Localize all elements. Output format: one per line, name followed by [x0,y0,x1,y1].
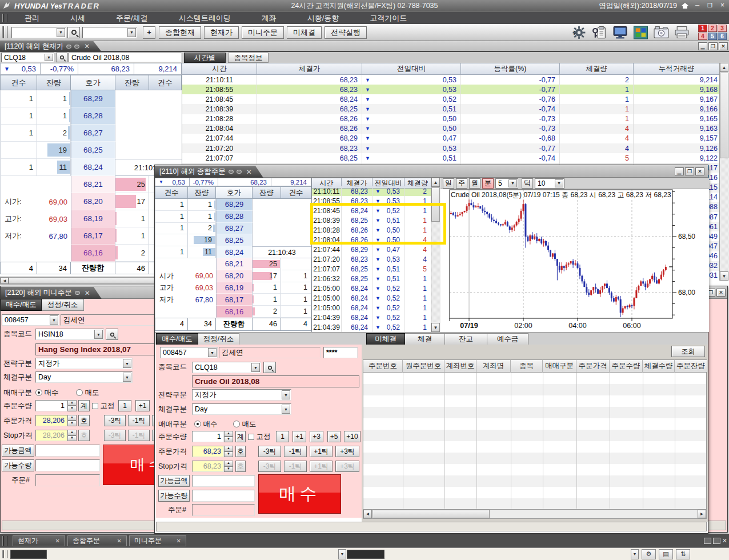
spin-down-icon[interactable]: ▼ [67,421,77,426]
order-tab-미체결[interactable]: 미체결 [366,333,405,345]
price-tick-button--3틱[interactable]: -3틱 [104,415,126,426]
fix-checkbox[interactable] [248,434,254,440]
fix-option[interactable]: 고정 [92,400,118,411]
menu-item-주문/체결[interactable]: 주문/체결 [101,13,163,23]
tab-symbol-info[interactable]: 종목정보 [228,53,269,63]
tns-row[interactable]: 21:08:5568,23▼0,53-0,7719,168 [182,85,719,94]
tns-row[interactable]: 21:10:1168,23▼0,53-0,7729,214 [182,75,719,85]
side-buy-option[interactable]: 매수 [35,387,72,398]
menu-grip[interactable] [2,14,4,22]
menu-item-관리[interactable]: 관리 [9,13,55,23]
app-minimize-button[interactable]: ─ [693,2,702,10]
tns-row[interactable]: 21:08:2868,26▼0,50-0,7319,165 [182,114,719,124]
ask-row-68,25[interactable]: 1968,25 [155,234,311,246]
side-buy-option[interactable]: 매수 [194,418,231,430]
order-tab-매수/매도[interactable]: 매수/매도 [156,333,198,345]
sell-radio[interactable] [76,389,83,396]
menu-item-시황/동향[interactable]: 시황/동향 [292,13,355,23]
spin-up-icon[interactable]: ▲ [224,431,233,437]
fill-type-combo[interactable]: Day▼ [192,403,291,415]
ask-row-68,27[interactable]: 1268,27 [155,223,311,235]
window-1120-close-icon[interactable]: ✕ [84,42,90,50]
ask-row-68,25[interactable]: 1968,25 [0,142,182,159]
qty-add-button-+1[interactable]: +1 [293,431,306,442]
price-tick-button--1틱[interactable]: -1틱 [284,446,307,457]
w2110-close-button[interactable]: ✕ [695,167,704,175]
chart-tick-combo[interactable]: 10▼ [535,178,564,189]
page-button-2[interactable]: 2 [708,25,717,32]
price-ho-button[interactable]: 호 [78,415,90,426]
available-amount-field[interactable] [35,445,100,457]
status-log-list-icon[interactable]: ▤ [659,549,673,559]
qty-add-button-+5[interactable]: +5 [327,431,341,442]
tns-row[interactable]: 21:04:3968,24▼0,521 [312,322,431,332]
symbol-code-combo[interactable]: CLQ18▼ [1,53,54,62]
qty-total-button[interactable]: 계 [78,400,90,411]
query-button[interactable]: 조회 [671,346,705,357]
tns-row[interactable]: 21:07:2068,23▼0,53-0,7749,126 [182,143,719,153]
strategy-combo[interactable]: 지정가▼ [35,358,133,369]
monitor-icon[interactable] [612,26,628,39]
strategy-combo[interactable]: 지정가▼ [192,389,291,401]
candlestick-chart[interactable]: 68,5068,0007/1902:0004:0006:00Crude Oil … [440,189,709,332]
price-tick-button--1틱[interactable]: -1틱 [128,415,150,426]
window-link-icon[interactable] [229,170,234,174]
ask-row-68,27[interactable]: 1268,27 [0,125,182,142]
bid-row-68,16[interactable]: 68,1621 [155,306,311,318]
tns-row[interactable]: 21:05:0068,24▼0,521 [312,283,431,293]
window-2120-close-icon[interactable]: ✕ [85,289,90,297]
task-tab-close-icon[interactable]: ✕ [55,538,60,544]
stop-price-input[interactable]: 28,206 [35,430,67,441]
tns-2110-v-scrollbar[interactable]: ▲ ▼ [431,178,440,332]
price-ho-button[interactable]: 호 [235,446,246,457]
chart-tick-button[interactable]: 틱 [522,178,533,189]
qty-spinner[interactable]: ▲▼ [224,431,233,442]
w2110-maximize-button[interactable]: ❐ [685,167,694,175]
chart-period-day-button[interactable]: 일 [443,178,454,189]
window-2110-close-icon[interactable]: ✕ [246,168,252,176]
fill-type-combo[interactable]: Day▼ [35,371,133,383]
available-qty-button[interactable]: 가능수량 [158,490,190,502]
tab-buy-sell-2120[interactable]: 매수/매도 [1,299,42,311]
screen-number-input[interactable]: ▼ [11,27,66,38]
qty-add-button-+3[interactable]: +3 [310,431,323,442]
symbol-search-button[interactable] [56,53,67,62]
task-tab-close-icon[interactable]: ✕ [117,538,122,544]
chart-tick-dropdown-icon[interactable]: ▼ [555,179,563,187]
spin-down-icon[interactable]: ▼ [224,451,233,457]
account-name-field[interactable]: 김세연 [219,347,321,358]
price-tick-button-+1틱[interactable]: +1틱 [310,446,333,457]
quick-button-미니주문[interactable]: 미니주문 [242,26,284,39]
window-link-icon[interactable] [75,291,80,295]
orders-h-scrollbar[interactable]: ◄ ► [363,509,707,519]
buy-submit-button[interactable]: 매수 [258,474,341,514]
available-qty-field[interactable] [35,459,100,471]
spin-down-icon[interactable]: ▼ [224,437,233,442]
tns-row[interactable]: 21:07:0768,25▼0,51-0,7459,122 [182,153,719,163]
stop-price-input[interactable]: 68,23 [192,461,224,472]
order-price-input[interactable]: 68,23 [192,446,224,457]
symbol-quick-input[interactable]: ▼ [82,27,137,38]
buy-radio[interactable] [194,421,201,427]
symbol-quick-dropdown-icon[interactable]: ▼ [127,28,136,37]
password-field[interactable]: **** [323,347,358,358]
chart-minute-dropdown-icon[interactable]: ▼ [508,179,517,187]
menu-item-시세[interactable]: 시세 [55,13,101,23]
page-button-3[interactable]: 3 [718,25,727,32]
tns-row[interactable]: 21:08:3968,25▼0,511 [312,215,431,225]
tns-row[interactable]: 21:08:4568,24▼0,521 [312,206,431,215]
quick-button-전략실행[interactable]: 전략실행 [325,26,367,39]
quick-button-종합현재[interactable]: 종합현재 [159,26,201,39]
spin-up-icon[interactable]: ▲ [67,400,77,406]
statusbar-grip[interactable] [2,550,4,558]
side-sell-option[interactable]: 매도 [76,387,113,398]
price-tick-button--3틱[interactable]: -3틱 [258,446,281,457]
quick-button-미체결[interactable]: 미체결 [287,26,322,39]
tab-timeline[interactable]: 시간별 [184,53,226,63]
account-dropdown-icon[interactable]: ▼ [208,348,217,357]
page-button-5[interactable]: 5 [708,33,717,40]
fill-dropdown-icon[interactable]: ▼ [123,373,131,382]
capture-camera-icon[interactable] [654,26,669,39]
order-qty-input[interactable]: 1 [192,431,224,442]
tns-row[interactable]: 21:10:1168,23▼0,532 [312,186,431,196]
